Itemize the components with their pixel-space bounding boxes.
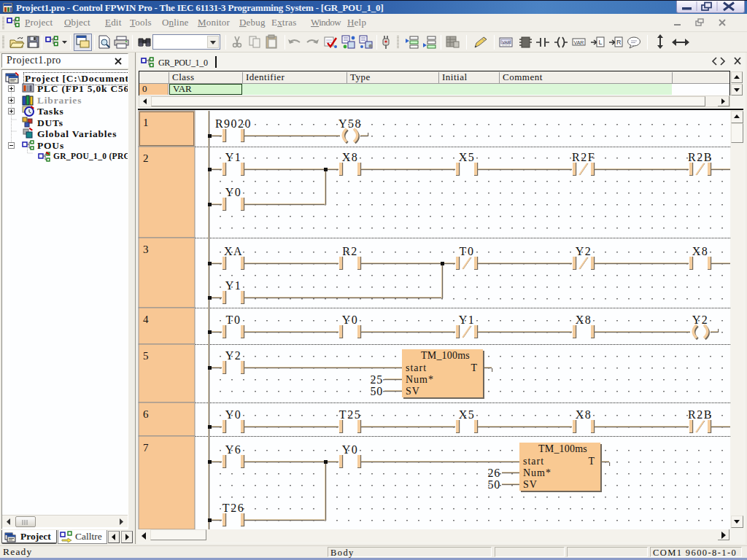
svg-text:Y1: Y1 — [225, 151, 242, 163]
svg-text:50: 50 — [487, 478, 500, 491]
svg-text:4: 4 — [143, 314, 149, 325]
svg-text:R2: R2 — [342, 245, 358, 257]
svg-text:50: 50 — [370, 385, 383, 397]
svg-text:2: 2 — [143, 152, 149, 164]
svg-text:XA: XA — [224, 245, 243, 257]
svg-text:T0: T0 — [226, 314, 241, 326]
svg-text:TM_100ms: TM_100ms — [538, 443, 587, 454]
svg-text:Y2: Y2 — [692, 314, 709, 326]
svg-text:Y2: Y2 — [576, 245, 592, 257]
svg-text:1: 1 — [143, 117, 149, 128]
svg-text:X8: X8 — [692, 245, 709, 257]
svg-text:25: 25 — [370, 373, 383, 386]
svg-text:T: T — [471, 362, 477, 373]
svg-text:L: L — [599, 39, 603, 46]
svg-text:VAR: VAR — [574, 40, 584, 45]
svg-text:3: 3 — [143, 244, 149, 255]
svg-text:Y0: Y0 — [225, 408, 242, 421]
svg-text:start: start — [523, 456, 544, 467]
svg-text:TM_100ms: TM_100ms — [421, 350, 470, 361]
svg-text:R: R — [616, 39, 622, 46]
svg-text:26: 26 — [487, 467, 500, 479]
svg-text:6: 6 — [143, 408, 149, 420]
svg-text:T25: T25 — [339, 408, 361, 421]
svg-text:VAR: VAR — [502, 40, 511, 44]
svg-text:X8: X8 — [342, 151, 359, 163]
svg-text:T26: T26 — [222, 502, 244, 514]
svg-text:Y0: Y0 — [342, 443, 359, 456]
svg-text:T: T — [588, 456, 595, 467]
svg-text:SV: SV — [406, 386, 420, 397]
svg-text:Y6: Y6 — [225, 443, 242, 456]
svg-text:R2B: R2B — [688, 151, 713, 163]
svg-text:R9020: R9020 — [215, 117, 252, 130]
svg-text:Y2: Y2 — [225, 349, 242, 362]
svg-text:X5: X5 — [459, 408, 476, 421]
svg-text:R2F: R2F — [572, 151, 595, 163]
svg-text:5: 5 — [143, 350, 149, 362]
svg-text:X8: X8 — [576, 408, 592, 421]
svg-text:R2B: R2B — [688, 408, 713, 421]
svg-text:Y0: Y0 — [225, 186, 242, 198]
svg-text:Num*: Num* — [406, 374, 434, 385]
svg-text:7: 7 — [143, 442, 149, 454]
svg-text:Num*: Num* — [523, 467, 551, 478]
svg-text:SV: SV — [523, 479, 538, 490]
svg-text:T0: T0 — [460, 245, 475, 257]
svg-text:Y58: Y58 — [338, 117, 362, 130]
svg-text:Y1: Y1 — [459, 314, 476, 326]
svg-text:Y1: Y1 — [225, 279, 242, 292]
svg-text:X5: X5 — [459, 151, 476, 163]
svg-text:X8: X8 — [576, 314, 592, 326]
svg-text:Y0: Y0 — [342, 314, 359, 326]
svg-text:start: start — [406, 362, 427, 373]
